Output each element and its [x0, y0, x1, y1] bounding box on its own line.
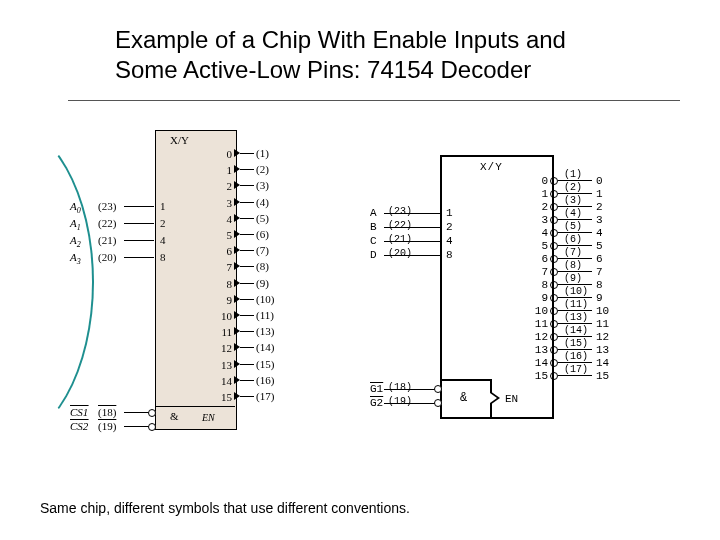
right-diagram: X/Y & EN 0(1)01(2)12(3)23(4)34(5)45(6)56…: [340, 155, 680, 455]
right-output-pin: (6): [564, 234, 582, 245]
right-output-wire: [558, 297, 592, 298]
right-output-index-right: 15: [596, 370, 609, 382]
right-address-label: B: [370, 221, 377, 233]
right-bubble-icon: [434, 385, 442, 393]
right-output-index-left: 1: [534, 188, 548, 200]
right-output-wire: [558, 323, 592, 324]
left-bubble-icon: [148, 409, 156, 417]
left-output-index: 1: [216, 164, 232, 176]
left-address-wire: [124, 257, 154, 258]
right-output-wire: [558, 375, 592, 376]
right-address-weight: 2: [446, 221, 453, 233]
left-address-pin: (22): [98, 217, 116, 229]
right-output-wire: [558, 284, 592, 285]
right-address-pin: (20): [388, 248, 412, 259]
left-address-label: A3: [70, 251, 81, 266]
right-output-index-right: 13: [596, 344, 609, 356]
left-output-wire: [240, 299, 254, 300]
right-address-pin: (22): [388, 220, 412, 231]
right-bubble-icon: [550, 190, 558, 198]
right-output-wire: [558, 271, 592, 272]
right-bubble-icon: [550, 216, 558, 224]
left-output-index: 15: [216, 391, 232, 403]
right-output-index-left: 4: [534, 227, 548, 239]
left-output-pin: (7): [256, 244, 269, 256]
right-output-index-right: 12: [596, 331, 609, 343]
left-enable-block: [155, 406, 235, 429]
left-output-wire: [240, 218, 254, 219]
right-output-pin: (15): [564, 338, 588, 349]
right-address-weight: 4: [446, 235, 453, 247]
left-address-label: A1: [70, 217, 81, 232]
right-output-wire: [558, 310, 592, 311]
right-output-index-left: 10: [534, 305, 548, 317]
left-output-pin: (2): [256, 163, 269, 175]
left-output-index: 3: [216, 197, 232, 209]
right-output-index-left: 8: [534, 279, 548, 291]
right-output-index-right: 8: [596, 279, 603, 291]
right-output-wire: [558, 349, 592, 350]
left-output-index: 8: [216, 278, 232, 290]
right-output-index-right: 0: [596, 175, 603, 187]
right-output-index-left: 12: [534, 331, 548, 343]
left-address-pin: (21): [98, 234, 116, 246]
left-address-weight: 1: [160, 200, 166, 212]
right-output-pin: (1): [564, 169, 582, 180]
right-bubble-icon: [434, 399, 442, 407]
right-output-pin: (7): [564, 247, 582, 258]
left-output-pin: (14): [256, 341, 274, 353]
right-bubble-icon: [550, 333, 558, 341]
left-output-wire: [240, 283, 254, 284]
title-line-2: Some Active-Low Pins: 74154 Decoder: [115, 56, 531, 83]
left-output-wire: [240, 185, 254, 186]
left-output-index: 9: [216, 294, 232, 306]
right-bubble-icon: [550, 255, 558, 263]
right-output-index-left: 13: [534, 344, 548, 356]
left-chip-header: X/Y: [170, 134, 189, 146]
right-output-wire: [558, 245, 592, 246]
right-output-index-right: 10: [596, 305, 609, 317]
left-address-wire: [124, 206, 154, 207]
left-output-pin: (5): [256, 212, 269, 224]
left-output-index: 2: [216, 180, 232, 192]
left-address-pin: (20): [98, 251, 116, 263]
right-bubble-icon: [550, 320, 558, 328]
right-output-index-right: 1: [596, 188, 603, 200]
right-output-index-right: 7: [596, 266, 603, 278]
right-output-wire: [558, 180, 592, 181]
left-output-index: 12: [216, 342, 232, 354]
right-output-wire: [558, 193, 592, 194]
left-output-wire: [240, 153, 254, 154]
left-and-symbol: &: [170, 410, 179, 422]
right-output-index-left: 14: [534, 357, 548, 369]
right-address-weight: 8: [446, 249, 453, 261]
left-output-pin: (1): [256, 147, 269, 159]
right-output-pin: (11): [564, 299, 588, 310]
right-bubble-icon: [550, 359, 558, 367]
right-output-index-left: 6: [534, 253, 548, 265]
left-address-weight: 4: [160, 234, 166, 246]
left-address-wire: [124, 240, 154, 241]
right-output-index-left: 3: [534, 214, 548, 226]
right-output-pin: (13): [564, 312, 588, 323]
left-output-wire: [240, 331, 254, 332]
right-bubble-icon: [550, 294, 558, 302]
left-output-index: 13: [216, 359, 232, 371]
right-address-label: C: [370, 235, 377, 247]
right-output-index-left: 11: [534, 318, 548, 330]
left-output-wire: [240, 202, 254, 203]
right-bubble-icon: [550, 203, 558, 211]
right-address-pin: (23): [388, 206, 412, 217]
right-address-weight: 1: [446, 207, 453, 219]
right-output-index-left: 2: [534, 201, 548, 213]
right-bubble-icon: [550, 372, 558, 380]
right-output-wire: [558, 232, 592, 233]
right-output-index-left: 0: [534, 175, 548, 187]
slide-title: Example of a Chip With Enable Inputs and…: [115, 25, 670, 85]
left-output-wire: [240, 347, 254, 348]
right-bubble-icon: [550, 229, 558, 237]
left-output-pin: (9): [256, 277, 269, 289]
title-line-1: Example of a Chip With Enable Inputs and: [115, 26, 566, 53]
right-bubble-icon: [550, 177, 558, 185]
left-output-wire: [240, 234, 254, 235]
